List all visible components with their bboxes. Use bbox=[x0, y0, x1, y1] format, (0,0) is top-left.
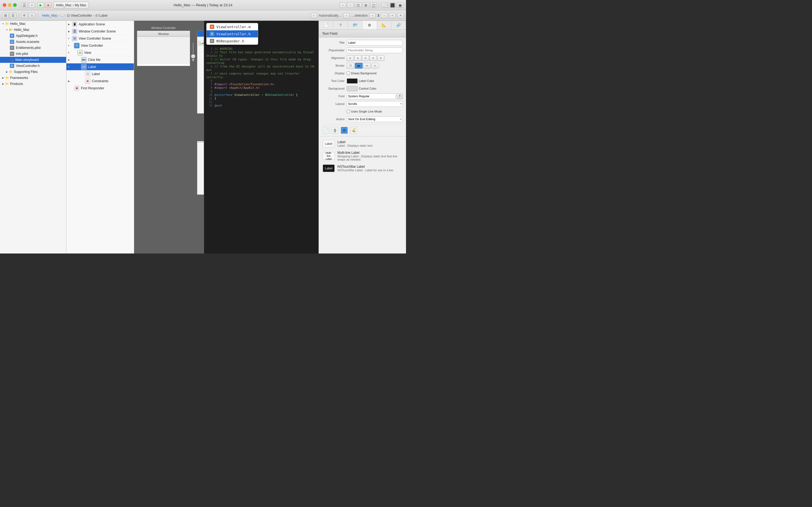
right-panel-btn[interactable]: ▣ bbox=[397, 2, 403, 8]
tab-quickhelp[interactable]: ? bbox=[333, 21, 348, 30]
align-natural-btn[interactable]: ≡ bbox=[377, 55, 384, 61]
scene-item-view[interactable]: ▾ ▭ View bbox=[66, 49, 134, 56]
icon-tab-file[interactable]: 📄 bbox=[322, 127, 329, 134]
storyboard-canvas[interactable]: Window Controller Window ⊙ bbox=[134, 21, 204, 253]
nav-item-frameworks[interactable]: ▶ 📁 Frameworks bbox=[0, 75, 66, 81]
scene-item-vc-scene[interactable]: ▾ ⊡ View Controller Scene bbox=[66, 35, 134, 42]
nav-item-assets[interactable]: A Assets.xcassets bbox=[0, 39, 66, 45]
jump-bar-back[interactable]: ‹ bbox=[311, 13, 317, 18]
inspector-row-layout: Layout Scrolls Wraps bbox=[322, 101, 403, 107]
align-right-btn[interactable]: ≡ bbox=[362, 55, 369, 61]
breadcrumb-item-2[interactable]: ... bbox=[61, 14, 64, 17]
lib-multiline-icon: Multi- line Label bbox=[323, 152, 335, 160]
nav-item-supporting[interactable]: ▶ 📁 Supporting Files bbox=[0, 69, 66, 75]
draws-bg-checkbox[interactable] bbox=[347, 71, 350, 75]
editor-version-btn[interactable]: ◫ bbox=[370, 2, 377, 8]
nav-item-root[interactable]: ▾ 📁 Hello_Mac bbox=[0, 21, 66, 27]
input-placeholder[interactable] bbox=[347, 48, 403, 53]
breadcrumb-item-3[interactable]: ⊡ bbox=[67, 14, 70, 17]
inspector-attributes: Title Placeholder Alignment ≡ ≡ bbox=[319, 38, 406, 136]
nav-item-infoplist[interactable]: P Info.plist bbox=[0, 51, 66, 57]
align-left-btn[interactable]: ≡ bbox=[347, 55, 354, 61]
maximize-button[interactable] bbox=[13, 3, 17, 7]
tab-connections[interactable]: 🔗 bbox=[391, 21, 406, 30]
popup-item-vc-m[interactable]: m ViewController.m bbox=[207, 23, 258, 30]
close-button[interactable] bbox=[3, 3, 6, 7]
singleline-checkbox[interactable] bbox=[347, 110, 350, 113]
scene-item-app[interactable]: ▶ 📱 Application Scene bbox=[66, 21, 134, 28]
nav-forward-btn[interactable]: › bbox=[347, 2, 354, 8]
add-editor-btn[interactable]: + bbox=[389, 13, 396, 18]
grid-view-btn[interactable]: ⊞ bbox=[2, 13, 9, 18]
action-select[interactable]: Sent On End Editing Sent On Each Keystro… bbox=[347, 116, 403, 122]
counter-next[interactable]: › bbox=[381, 13, 387, 18]
breadcrumb-item-5[interactable]: 🏷 Label bbox=[95, 14, 108, 17]
button-icon: Btn bbox=[81, 57, 87, 63]
breadcrumb-item-1[interactable]: Hello_Mac bbox=[42, 14, 58, 17]
vc-lower-box bbox=[197, 141, 204, 195]
border-none-btn[interactable]: ☐ bbox=[347, 63, 355, 68]
minimize-button[interactable] bbox=[8, 3, 11, 7]
ctrl-bgcolor: Control Color bbox=[347, 86, 403, 91]
add-btn[interactable]: + bbox=[29, 2, 35, 8]
jump-bar-forward[interactable]: › bbox=[343, 13, 350, 18]
library-item-touchbar[interactable]: Label NSTouchBar Label NSTouchBar Label … bbox=[321, 163, 404, 173]
icon-tab-code[interactable]: {} bbox=[331, 127, 338, 134]
input-title[interactable] bbox=[347, 40, 403, 46]
library-item-label[interactable]: Label Label Label - Displays static text… bbox=[321, 139, 404, 149]
align-justify-btn[interactable]: ≡ bbox=[370, 55, 377, 61]
textcolor-label: Label Color bbox=[359, 79, 374, 82]
filter-btn[interactable]: ⚙ bbox=[21, 13, 28, 18]
run-button[interactable]: ▶ bbox=[38, 2, 44, 8]
scene-item-constraints[interactable]: ▶ ⊞ Constraints bbox=[66, 77, 134, 85]
bgcolor-box[interactable] bbox=[347, 86, 358, 91]
tab-identity[interactable]: 🪪 bbox=[348, 21, 362, 30]
textcolor-box[interactable] bbox=[347, 78, 358, 83]
font-picker-btn[interactable]: T bbox=[397, 94, 403, 99]
border-rounded-btn[interactable]: ⬭ bbox=[371, 63, 379, 68]
ctrl-singleline: Uses Single Line Mode bbox=[347, 110, 403, 113]
inspector-row-singleline: Uses Single Line Mode bbox=[322, 108, 403, 114]
popup-item-vc-h[interactable]: h ViewController.h bbox=[207, 30, 258, 38]
close-editor-btn[interactable]: ✕ bbox=[397, 13, 404, 18]
sidebar-toggle-btn[interactable]: ☰ bbox=[21, 2, 28, 8]
scene-item-sublabel[interactable]: ☐ Label bbox=[66, 70, 134, 77]
scene-item-wc[interactable]: ▶ ☰ Window Controller Scene bbox=[66, 28, 134, 35]
border-bezel-btn[interactable]: ▭ bbox=[363, 63, 371, 68]
code-line-2: 2// This file has been generated automat… bbox=[206, 51, 316, 58]
scene-item-firstresponder[interactable]: ⊕ First Responder bbox=[66, 85, 134, 92]
icon-tab-flag[interactable]: ⛳ bbox=[350, 127, 357, 134]
tab-file[interactable]: 📄 bbox=[319, 21, 333, 30]
editor-standard-btn[interactable]: ⊡ bbox=[355, 2, 362, 8]
stop-button[interactable]: ■ bbox=[45, 2, 51, 8]
nav-item-storyboard[interactable]: 🗂 Main.storyboard bbox=[0, 57, 66, 63]
layout-select[interactable]: Scrolls Wraps bbox=[347, 101, 403, 107]
scene-item-label[interactable]: ▾ Lbl Label bbox=[66, 63, 134, 70]
left-panel-btn[interactable]: ⬜ bbox=[381, 2, 388, 8]
scene-item-clickme[interactable]: ▶ Btn Click Me bbox=[66, 56, 134, 63]
nav-item-entitlements[interactable]: P Entitlements.plist bbox=[0, 45, 66, 51]
nav-item-viewcontroller-h[interactable]: h ViewController.h bbox=[0, 63, 66, 69]
tab-size[interactable]: 📐 bbox=[377, 21, 391, 30]
supporting-folder-icon: 📁 bbox=[9, 70, 13, 74]
ctrl-display: Draws Background bbox=[347, 71, 403, 75]
nav-item-appdelegate[interactable]: h AppDelegate.h bbox=[0, 33, 66, 39]
counter-prev[interactable]: ‹ bbox=[369, 13, 376, 18]
scene-item-vc[interactable]: ▾ V View Controller bbox=[66, 42, 134, 49]
label-element-sb[interactable]: Label bbox=[199, 41, 204, 45]
warning-btn[interactable]: ⚠ bbox=[29, 13, 35, 18]
popup-item-nsr[interactable]: h NSResponder.h bbox=[207, 38, 258, 45]
bottom-panel-btn[interactable]: ⬛ bbox=[389, 2, 396, 8]
tab-attributes[interactable]: ⚙ bbox=[363, 21, 377, 30]
icon-tab-circle[interactable]: ⊙ bbox=[341, 127, 348, 134]
breadcrumb-item-4[interactable]: ViewController bbox=[71, 14, 92, 17]
nav-back-btn[interactable]: ‹ bbox=[340, 2, 346, 8]
nav-item-hello-mac[interactable]: ▾ 📂 Hello_Mac bbox=[0, 27, 66, 33]
list-view-btn[interactable]: ☰ bbox=[10, 13, 16, 18]
align-center-btn[interactable]: ≡ bbox=[355, 55, 362, 61]
library-item-multiline[interactable]: Multi- line Label Multi-line Label Wrapp… bbox=[321, 150, 404, 162]
singleline-label: Uses Single Line Mode bbox=[351, 110, 382, 113]
nav-item-products[interactable]: ▶ 📁 Products bbox=[0, 81, 66, 87]
border-line-btn[interactable]: ▬ bbox=[355, 63, 363, 68]
editor-assistant-btn[interactable]: ⊞ bbox=[363, 2, 369, 8]
